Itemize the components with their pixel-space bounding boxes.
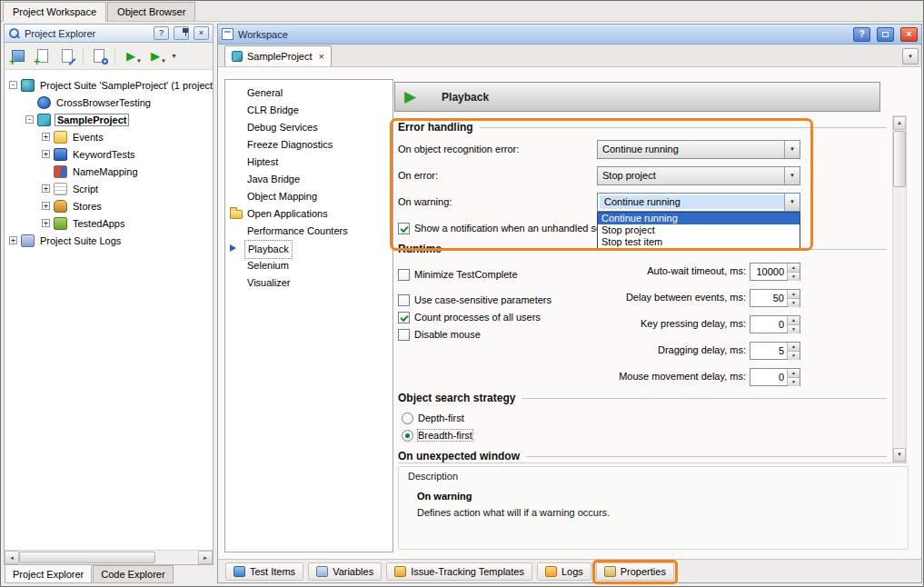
spinner-value[interactable]: 0: [750, 316, 787, 333]
chevron-down-icon[interactable]: ▼: [784, 141, 800, 158]
tab-test-items[interactable]: Test Items: [225, 562, 303, 581]
spinner-buttons[interactable]: ▲▼: [787, 369, 800, 385]
tab-project-workspace[interactable]: Project Workspace: [3, 2, 106, 22]
spin-down-icon[interactable]: ▼: [788, 325, 800, 333]
spinner-value[interactable]: 5: [750, 343, 787, 359]
tree-item-project-suite[interactable]: - Project Suite 'SampleProject' (1 proje…: [5, 76, 213, 94]
tab-issue-tracking-templates[interactable]: Issue-Tracking Templates: [386, 562, 532, 581]
chevron-down-icon[interactable]: ▼: [784, 194, 800, 211]
add-project-suite-button[interactable]: +: [7, 45, 29, 67]
collapse-icon[interactable]: -: [25, 115, 34, 124]
category-open-applications[interactable]: Open Applications: [225, 205, 392, 223]
spin-down-icon[interactable]: ▼: [788, 378, 800, 386]
key-pressing-delay-input[interactable]: 0 ▲▼: [750, 315, 800, 333]
tree-item-sampleproject[interactable]: - SampleProject: [5, 111, 213, 128]
scroll-right-icon[interactable]: ►: [198, 551, 213, 564]
scrollbar-thumb[interactable]: [893, 131, 906, 187]
expand-icon[interactable]: +: [42, 219, 50, 227]
tab-logs[interactable]: Logs: [537, 562, 591, 581]
tab-sampleproject[interactable]: SampleProject ×: [224, 45, 332, 66]
vertical-scrollbar[interactable]: ▲ ▼: [892, 115, 907, 463]
tree-item-keywordtests[interactable]: + KeywordTests: [5, 145, 213, 163]
scroll-up-icon[interactable]: ▲: [893, 116, 906, 130]
close-button[interactable]: ×: [900, 27, 918, 42]
category-freeze-diagnostics[interactable]: Freeze Diagnostics: [225, 136, 392, 154]
restore-button[interactable]: [877, 27, 894, 42]
scroll-left-icon[interactable]: ◄: [5, 551, 19, 564]
option-continue-running[interactable]: Continue running: [598, 213, 800, 224]
spin-up-icon[interactable]: ▲: [788, 369, 800, 378]
on-object-recognition-error-select[interactable]: Continue running ▼: [597, 140, 800, 159]
scrollbar-track[interactable]: [155, 551, 198, 564]
spinner-buttons[interactable]: ▲▼: [787, 290, 800, 306]
category-playback[interactable]: Playback: [225, 240, 392, 257]
spinner-buttons[interactable]: ▲▼: [787, 316, 800, 333]
spinner-buttons[interactable]: ▲▼: [787, 343, 800, 359]
disable-mouse-checkbox[interactable]: Disable mouse: [398, 328, 481, 341]
run-with-options-button[interactable]: ▶ ▼: [144, 45, 166, 67]
open-item-button[interactable]: [56, 45, 78, 67]
spin-down-icon[interactable]: ▼: [788, 352, 800, 360]
tab-list-dropdown[interactable]: ▼: [902, 48, 919, 65]
category-performance-counters[interactable]: Performance Counters: [225, 223, 392, 240]
tree-item-namemapping[interactable]: NameMapping: [5, 163, 213, 180]
object-spy-button[interactable]: [88, 45, 110, 67]
depth-first-radio[interactable]: Depth-first: [402, 412, 464, 424]
spin-up-icon[interactable]: ▲: [788, 343, 800, 352]
close-tab-icon[interactable]: ×: [319, 51, 324, 62]
tree-item-script[interactable]: + Script: [5, 180, 213, 197]
tab-object-browser[interactable]: Object Browser: [107, 2, 195, 21]
category-clr-bridge[interactable]: CLR Bridge: [225, 102, 392, 119]
horizontal-scrollbar[interactable]: ◄ ►: [5, 550, 213, 564]
expand-icon[interactable]: +: [42, 184, 50, 193]
add-project-button[interactable]: +: [32, 45, 54, 67]
expand-icon[interactable]: +: [42, 133, 50, 141]
spin-up-icon[interactable]: ▲: [788, 264, 800, 273]
category-general[interactable]: General: [225, 85, 392, 102]
tab-project-explorer[interactable]: Project Explorer: [5, 565, 92, 583]
expand-icon[interactable]: +: [42, 150, 50, 158]
run-project-button[interactable]: ▶ ▼: [120, 45, 142, 67]
case-sensitive-parameters-checkbox[interactable]: Use case-sensitive parameters: [398, 294, 551, 306]
tree-item-events[interactable]: + Events: [5, 128, 213, 145]
tree-item-testedapps[interactable]: + TestedApps: [5, 214, 213, 232]
auto-wait-timeout-input[interactable]: 10000 ▲▼: [750, 263, 800, 281]
spin-down-icon[interactable]: ▼: [788, 273, 800, 281]
option-stop-project[interactable]: Stop project: [598, 224, 800, 236]
category-java-bridge[interactable]: Java Bridge: [225, 171, 392, 188]
option-stop-test-item[interactable]: Stop test item: [598, 236, 800, 248]
category-debug-services[interactable]: Debug Services: [225, 119, 392, 136]
spinner-value[interactable]: 0: [750, 369, 787, 385]
spinner-buttons[interactable]: ▲▼: [787, 264, 800, 280]
tab-properties[interactable]: Properties: [596, 562, 674, 581]
spin-up-icon[interactable]: ▲: [788, 290, 800, 299]
tree-item-stores[interactable]: + Stores: [5, 197, 213, 214]
count-processes-checkbox[interactable]: Count processes of all users: [398, 311, 541, 323]
category-visualizer[interactable]: Visualizer: [225, 274, 392, 292]
category-selenium[interactable]: Selenium: [225, 257, 392, 274]
scroll-down-icon[interactable]: ▼: [893, 448, 906, 462]
help-button[interactable]: ?: [853, 27, 870, 42]
spin-up-icon[interactable]: ▲: [788, 316, 800, 325]
expand-icon[interactable]: +: [9, 236, 17, 244]
expand-icon[interactable]: +: [42, 202, 50, 210]
chevron-down-icon[interactable]: ▼: [784, 167, 800, 184]
tab-code-explorer[interactable]: Code Explorer: [93, 565, 173, 583]
help-button[interactable]: ?: [154, 26, 169, 40]
on-error-select[interactable]: Stop project ▼: [597, 166, 800, 185]
pin-button[interactable]: [174, 26, 189, 40]
tree-item-crossbrowsertesting[interactable]: CrossBrowserTesting: [5, 94, 213, 111]
spinner-value[interactable]: 10000: [750, 264, 787, 280]
delay-between-events-input[interactable]: 50 ▲▼: [750, 289, 800, 307]
tree-item-project-suite-logs[interactable]: + Project Suite Logs: [5, 232, 213, 249]
scrollbar-thumb[interactable]: [19, 552, 155, 563]
toolbar-overflow-icon[interactable]: ▼: [171, 53, 177, 59]
category-object-mapping[interactable]: Object Mapping: [225, 188, 392, 205]
on-warning-select[interactable]: Continue running ▼: [597, 193, 800, 212]
tab-variables[interactable]: Variables: [308, 562, 382, 581]
dragging-delay-input[interactable]: 5 ▲▼: [750, 342, 800, 360]
minimize-testcomplete-checkbox[interactable]: Minimize TestComplete: [398, 268, 518, 281]
category-hiptest[interactable]: Hiptest: [225, 154, 392, 171]
spin-down-icon[interactable]: ▼: [788, 299, 800, 307]
mouse-movement-delay-input[interactable]: 0 ▲▼: [750, 368, 800, 386]
